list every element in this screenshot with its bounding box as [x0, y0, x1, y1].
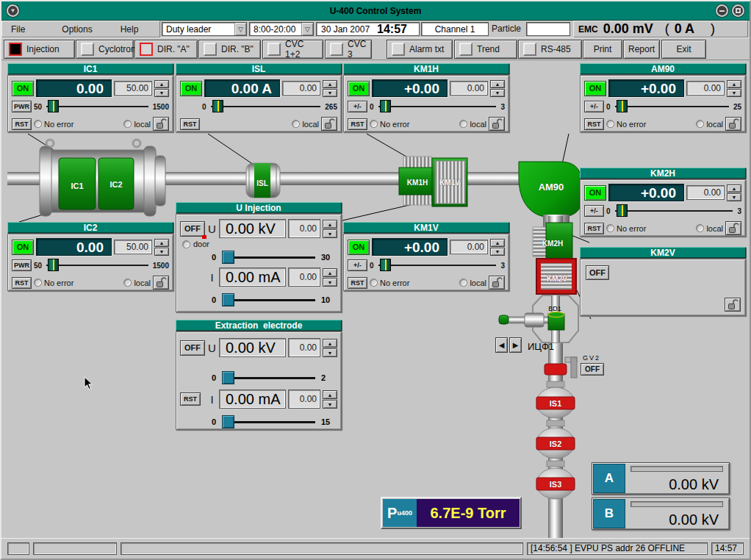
minimize-button[interactable]: [716, 4, 728, 17]
km1h-slider[interactable]: [378, 100, 497, 113]
exit-button[interactable]: Exit: [661, 40, 706, 59]
spinner-up-button[interactable]: ▲: [323, 220, 337, 229]
am90-setpoint-field[interactable]: 0.00: [686, 81, 725, 96]
km1h-no-error-radio[interactable]: [370, 120, 378, 128]
ic2-mode-button[interactable]: PWR: [12, 259, 32, 271]
km1h-on-button[interactable]: ON: [348, 81, 370, 96]
slider-handle[interactable]: [380, 100, 391, 112]
toggle-injection[interactable]: Injection: [4, 40, 75, 59]
spinner-up-button[interactable]: ▲: [323, 339, 337, 348]
spinner-down-button[interactable]: ▼: [154, 89, 169, 97]
ic2-setpoint-field[interactable]: 50.00: [114, 240, 152, 254]
door-radio[interactable]: [182, 240, 190, 248]
spinner-down-button[interactable]: ▼: [154, 248, 169, 256]
spinner-down-button[interactable]: ▼: [323, 348, 337, 357]
ic1-lock-button[interactable]: [153, 117, 169, 131]
print-button[interactable]: Print: [583, 40, 622, 59]
ic2-lock-button[interactable]: [153, 276, 169, 290]
slider-handle[interactable]: [222, 415, 234, 428]
isl-slider[interactable]: [211, 100, 321, 113]
km2h-local-radio[interactable]: [696, 224, 704, 232]
km2h-setpoint-field[interactable]: 0.00: [686, 185, 725, 200]
ic2-on-button[interactable]: ON: [12, 240, 34, 255]
ic1-on-button[interactable]: ON: [12, 81, 34, 96]
km1v-no-error-radio[interactable]: [370, 279, 378, 287]
combo-arrow-icon[interactable]: ▽: [301, 23, 313, 35]
spinner-down-button[interactable]: ▼: [490, 89, 505, 97]
isl-lock-button[interactable]: [321, 117, 337, 131]
km2h-slider[interactable]: [615, 204, 733, 218]
km2h-on-button[interactable]: ON: [584, 185, 606, 201]
isl-rst-button[interactable]: RST: [180, 118, 200, 130]
extraction-off-button[interactable]: OFF: [180, 340, 205, 356]
slider-handle[interactable]: [617, 204, 628, 217]
ic1-setpoint-field[interactable]: 50.00: [114, 81, 152, 96]
slider-handle[interactable]: [48, 100, 59, 112]
extraction-u-slider[interactable]: [222, 370, 315, 385]
particle-field[interactable]: [526, 22, 570, 36]
ic1-mode-button[interactable]: PWR: [12, 101, 32, 112]
km1h-rst-button[interactable]: RST: [348, 118, 367, 130]
menu-options[interactable]: Options: [62, 24, 92, 35]
toggle-rs-485[interactable]: RS-485: [518, 40, 582, 59]
icf1-right-button[interactable]: ▶: [509, 337, 522, 353]
slider-handle[interactable]: [222, 371, 234, 384]
spinner-down-button[interactable]: ▼: [323, 278, 337, 287]
am90-no-error-radio[interactable]: [606, 120, 614, 128]
km1v-on-button[interactable]: ON: [348, 240, 370, 255]
toggle-dir-b[interactable]: DIR. "B": [198, 40, 261, 59]
ic2-rst-button[interactable]: RST: [12, 277, 32, 289]
toggle-cvc-1-2[interactable]: CVC 1+2: [262, 40, 323, 59]
spinner-up-button[interactable]: ▲: [727, 184, 741, 193]
toggle-dir-a[interactable]: DIR. "A": [134, 40, 198, 59]
isl-on-button[interactable]: ON: [180, 81, 202, 96]
am90-mode-button[interactable]: +/-: [584, 101, 604, 112]
injection-i-slider[interactable]: [222, 292, 315, 307]
am90-local-radio[interactable]: [696, 120, 704, 128]
am90-rst-button[interactable]: RST: [584, 118, 604, 130]
duty-combo[interactable]: Duty leader ▽: [162, 22, 247, 36]
km1v-slider[interactable]: [378, 259, 497, 272]
spinner-up-button[interactable]: ▲: [323, 268, 337, 277]
combo-arrow-icon[interactable]: ▽: [234, 23, 246, 35]
menu-help[interactable]: Help: [121, 24, 139, 35]
extraction-i-slider[interactable]: [222, 414, 315, 429]
spinner-up-button[interactable]: ▲: [323, 80, 337, 88]
slider-handle[interactable]: [212, 100, 223, 112]
toggle-cyclotron[interactable]: Cyclotron: [76, 40, 134, 59]
extraction-i-setpoint[interactable]: 0.00: [288, 390, 320, 409]
ic1-no-error-radio[interactable]: [34, 120, 42, 128]
km1h-mode-button[interactable]: +/-: [348, 101, 367, 112]
maximize-button[interactable]: [732, 4, 744, 17]
toggle-alarm-txt[interactable]: Alarm txt: [387, 40, 453, 59]
spinner-up-button[interactable]: ▲: [490, 80, 505, 88]
spinner-up-button[interactable]: ▲: [490, 239, 505, 247]
isl-setpoint-field[interactable]: 0.00: [282, 81, 320, 96]
injection-off-button[interactable]: OFF: [180, 221, 205, 237]
km2h-no-error-radio[interactable]: [606, 224, 614, 232]
extraction-u-setpoint[interactable]: 0.00: [288, 338, 320, 357]
km2v-off-button[interactable]: OFF: [586, 265, 609, 280]
spinner-down-button[interactable]: ▼: [323, 400, 337, 409]
channel-field[interactable]: Channel 1: [421, 22, 489, 36]
spinner-down-button[interactable]: ▼: [727, 193, 741, 201]
slider-handle[interactable]: [222, 293, 234, 306]
km1h-local-radio[interactable]: [459, 120, 467, 128]
spinner-up-button[interactable]: ▲: [154, 239, 169, 247]
km1v-local-radio[interactable]: [459, 279, 467, 287]
slider-handle[interactable]: [222, 251, 234, 264]
ic2-no-error-radio[interactable]: [34, 279, 42, 287]
km1v-lock-button[interactable]: [489, 276, 505, 290]
toggle-cvc-3[interactable]: CVC 3: [325, 40, 372, 59]
slider-handle[interactable]: [48, 259, 59, 271]
am90-lock-button[interactable]: [725, 117, 741, 131]
km2h-rst-button[interactable]: RST: [584, 223, 604, 234]
spinner-down-button[interactable]: ▼: [727, 89, 741, 97]
injection-i-setpoint[interactable]: 0.00: [288, 268, 320, 287]
icf1-left-button[interactable]: ◀: [495, 337, 508, 353]
ic2-local-radio[interactable]: [123, 279, 132, 287]
injection-u-setpoint[interactable]: 0.00: [288, 219, 320, 238]
km2h-lock-button[interactable]: [725, 221, 741, 235]
ic1-local-radio[interactable]: [123, 120, 132, 128]
am90-on-button[interactable]: ON: [584, 81, 606, 96]
